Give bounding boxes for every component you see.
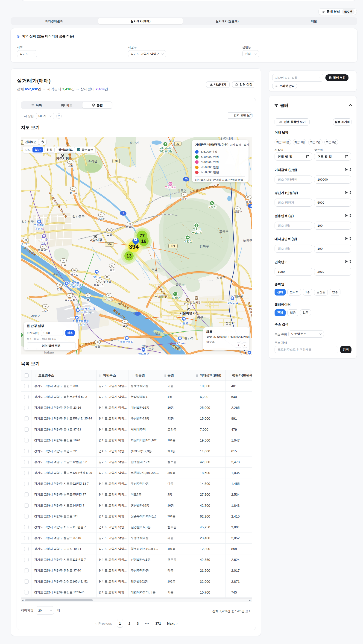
svg-text:김포국제공항: 김포국제공항 [79, 307, 95, 310]
svg-text:북한산: 북한산 [184, 240, 192, 243]
svg-text:북고양: 북고양 [69, 192, 78, 194]
svg-text:아라김포: 아라김포 [69, 282, 80, 285]
svg-text:고양: 고양 [107, 233, 112, 236]
svg-text:파주시청: 파주시청 [56, 156, 69, 160]
svg-text:IC: IC [108, 294, 110, 296]
svg-text:서울역: 서울역 [180, 322, 188, 325]
svg-text:IC: IC [42, 246, 44, 248]
svg-text:16: 16 [141, 238, 146, 244]
svg-text:1: 1 [122, 212, 124, 215]
svg-text:IC: IC [69, 294, 71, 297]
svg-text:서울특별시청: 서울특별시청 [180, 312, 198, 315]
svg-text:IC: IC [100, 214, 102, 216]
svg-text:밤섬: 밤섬 [155, 332, 161, 335]
svg-text:김포공항: 김포공항 [64, 298, 75, 301]
svg-text:국내선: 국내선 [77, 324, 85, 326]
svg-text:고양: 고양 [41, 242, 47, 245]
svg-text:인왕산: 인왕산 [172, 296, 180, 299]
svg-text:IC: IC [236, 208, 238, 210]
svg-text:신평: 신평 [61, 264, 66, 266]
svg-text:금촌: 금촌 [68, 165, 73, 168]
svg-text:성동구: 성동구 [226, 321, 235, 325]
svg-text:영등포구: 영등포구 [142, 344, 154, 348]
svg-text:청량리역: 청량리역 [227, 301, 238, 304]
svg-text:IC: IC [183, 193, 186, 196]
svg-text:용산구: 용산구 [184, 337, 194, 340]
svg-text:노오지: 노오지 [42, 309, 50, 312]
svg-text:kakao: kakao [44, 350, 54, 354]
svg-text:남고양: 남고양 [105, 298, 113, 301]
svg-text:IC: IC [111, 265, 113, 267]
svg-text:고촌읍: 고촌읍 [50, 273, 59, 277]
svg-text:IC: IC [247, 196, 250, 198]
svg-text:중구: 중구 [197, 316, 204, 319]
svg-text:13: 13 [126, 253, 132, 258]
svg-text:장흥면: 장흥면 [177, 189, 187, 192]
svg-text:도봉산: 도봉산 [208, 205, 216, 208]
svg-text:일산서구: 일산서구 [22, 220, 34, 223]
svg-text:국립공원: 국립공원 [192, 231, 202, 234]
svg-text:두리랜드: 두리랜드 [165, 186, 176, 189]
svg-text:서대문구: 서대문구 [154, 295, 167, 298]
svg-text:자유로: 자유로 [70, 273, 78, 276]
svg-text:JC: JC [73, 269, 76, 271]
svg-text:종로구: 종로구 [176, 282, 185, 286]
svg-text:78: 78 [115, 160, 118, 162]
svg-text:창덕궁: 창덕궁 [193, 301, 201, 304]
svg-text:북한산: 북한산 [193, 228, 201, 230]
svg-text:JC: JC [124, 320, 126, 323]
svg-text:노들섬: 노들섬 [172, 346, 180, 350]
svg-text:경복궁: 경복궁 [184, 303, 192, 306]
svg-text:고양시청: 고양시청 [89, 238, 102, 242]
svg-text:사리현: 사리현 [98, 218, 106, 220]
svg-text:IC: IC [97, 341, 99, 343]
svg-text:광탄면: 광탄면 [130, 141, 139, 144]
svg-text:60: 60 [21, 141, 22, 144]
svg-text:39: 39 [185, 178, 188, 180]
svg-text:IC: IC [72, 188, 74, 190]
svg-text:봉대산: 봉대산 [103, 280, 111, 283]
svg-text:양천구: 양천구 [110, 338, 120, 342]
svg-text:흥도: 흥도 [110, 269, 115, 272]
svg-text:의정부: 의정부 [234, 210, 242, 213]
svg-text:도봉구: 도봉구 [219, 230, 229, 233]
svg-text:염창: 염창 [122, 324, 128, 327]
svg-text:호원: 호원 [246, 200, 251, 203]
svg-text:88: 88 [86, 298, 90, 301]
svg-text:소노캄: 소노캄 [40, 238, 48, 242]
svg-text:시구: 시구 [86, 311, 92, 314]
svg-text:IC: IC [69, 160, 72, 163]
svg-text:JC: JC [87, 294, 89, 296]
svg-text:신월: 신월 [95, 345, 100, 348]
svg-text:계양구: 계양구 [31, 314, 40, 318]
svg-text:국립아세안: 국립아세안 [159, 146, 172, 149]
svg-text:IC: IC [63, 259, 65, 262]
svg-text:성북구: 성북구 [216, 276, 226, 280]
svg-text:IC: IC [59, 284, 61, 286]
svg-text:371: 371 [171, 244, 175, 247]
svg-text:김포: 김포 [57, 288, 62, 291]
svg-text:영등포역: 영등포역 [138, 353, 149, 354]
svg-text:난지도: 난지도 [118, 300, 127, 304]
svg-text:자연휴양림: 자연휴양림 [159, 150, 172, 153]
svg-text:IC: IC [129, 223, 131, 225]
svg-text:행주산성: 행주산성 [94, 284, 104, 286]
svg-text:노원구: 노원구 [243, 239, 252, 242]
svg-text:강북구: 강북구 [200, 244, 209, 248]
svg-text:송추: 송추 [182, 198, 187, 200]
svg-text:39: 39 [176, 142, 180, 145]
svg-text:356: 356 [107, 243, 112, 246]
svg-text:일산동구: 일산동구 [72, 215, 85, 218]
svg-text:394: 394 [129, 244, 139, 250]
svg-text:JC: JC [25, 239, 27, 241]
svg-text:이산포: 이산포 [22, 243, 30, 246]
svg-text:은평구: 은평구 [151, 268, 161, 272]
svg-text:77: 77 [140, 233, 145, 238]
svg-text:샛강: 샛강 [148, 348, 154, 350]
svg-text:3: 3 [250, 204, 252, 207]
svg-text:운동장: 운동장 [35, 227, 43, 230]
svg-text:조리읍: 조리읍 [88, 160, 98, 163]
svg-text:행신역: 행신역 [93, 275, 101, 278]
svg-text:JC: JC [98, 280, 100, 282]
svg-text:JC: JC [106, 276, 108, 278]
